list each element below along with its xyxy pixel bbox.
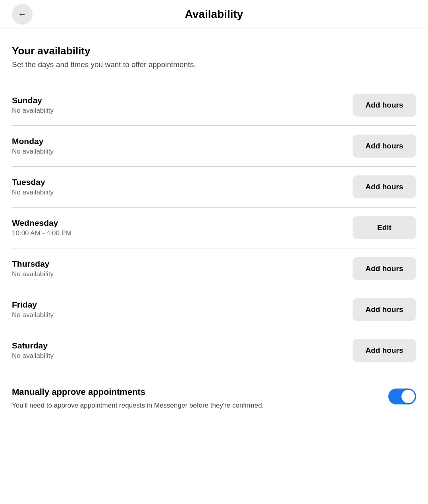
day-row-friday: FridayNo availabilityAdd hours <box>12 289 416 330</box>
day-status-sunday: No availability <box>12 107 54 115</box>
day-name-wednesday: Wednesday <box>12 218 71 228</box>
main-content: Your availability Set the days and times… <box>0 29 428 435</box>
day-info-monday: MondayNo availability <box>12 137 54 156</box>
day-name-sunday: Sunday <box>12 96 54 105</box>
day-status-monday: No availability <box>12 148 54 156</box>
day-row-monday: MondayNo availabilityAdd hours <box>12 126 416 167</box>
page-header: ← Availability <box>0 0 428 29</box>
wednesday-action-button[interactable]: Edit <box>353 216 416 239</box>
day-row-thursday: ThursdayNo availabilityAdd hours <box>12 248 416 289</box>
day-row-wednesday: Wednesday10:00 AM - 4:00 PMEdit <box>12 208 416 248</box>
tuesday-action-button[interactable]: Add hours <box>353 175 416 198</box>
toggle-knob <box>401 390 415 403</box>
day-row-tuesday: TuesdayNo availabilityAdd hours <box>12 167 416 208</box>
day-status-thursday: No availability <box>12 270 54 278</box>
friday-action-button[interactable]: Add hours <box>353 298 416 321</box>
day-info-saturday: SaturdayNo availability <box>12 341 54 360</box>
manual-approve-title: Manually approve appointments <box>12 387 376 397</box>
day-status-tuesday: No availability <box>12 189 54 196</box>
sunday-action-button[interactable]: Add hours <box>353 94 416 117</box>
day-info-wednesday: Wednesday10:00 AM - 4:00 PM <box>12 218 71 237</box>
day-status-friday: No availability <box>12 311 54 319</box>
day-name-saturday: Saturday <box>12 341 54 350</box>
thursday-action-button[interactable]: Add hours <box>353 257 416 280</box>
section-title: Your availability <box>12 45 416 57</box>
day-info-tuesday: TuesdayNo availability <box>12 177 54 196</box>
day-status-saturday: No availability <box>12 352 54 360</box>
back-button[interactable]: ← <box>12 4 33 25</box>
manual-approve-text: Manually approve appointments You'll nee… <box>12 387 388 411</box>
day-info-sunday: SundayNo availability <box>12 96 54 115</box>
day-row-saturday: SaturdayNo availabilityAdd hours <box>12 330 416 371</box>
toggle-container <box>388 389 416 404</box>
day-name-monday: Monday <box>12 137 54 146</box>
section-description: Set the days and times you want to offer… <box>12 60 416 69</box>
monday-action-button[interactable]: Add hours <box>353 135 416 158</box>
day-row-sunday: SundayNo availabilityAdd hours <box>12 85 416 126</box>
day-name-thursday: Thursday <box>12 259 54 269</box>
manual-approve-toggle[interactable] <box>388 389 416 404</box>
manual-approve-description: You'll need to approve appointment reque… <box>12 400 376 411</box>
back-arrow-icon: ← <box>18 9 27 19</box>
page-title: Availability <box>185 8 243 21</box>
day-status-wednesday: 10:00 AM - 4:00 PM <box>12 229 71 237</box>
days-list: SundayNo availabilityAdd hoursMondayNo a… <box>12 85 416 371</box>
day-name-friday: Friday <box>12 300 54 310</box>
day-info-friday: FridayNo availability <box>12 300 54 319</box>
day-info-thursday: ThursdayNo availability <box>12 259 54 278</box>
saturday-action-button[interactable]: Add hours <box>353 339 416 362</box>
manual-approve-section: Manually approve appointments You'll nee… <box>12 371 416 419</box>
day-name-tuesday: Tuesday <box>12 177 54 187</box>
